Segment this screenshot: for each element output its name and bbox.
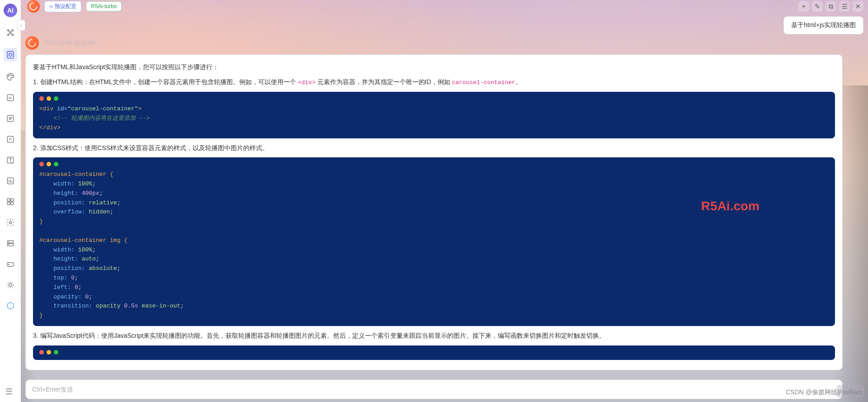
mac-dots (39, 96, 829, 101)
gear-icon[interactable] (5, 217, 16, 228)
message-header: 2023-12-06 15:13:56 (25, 36, 843, 50)
message-content: 要基于HTML和JavaScript实现轮播图，您可以按照以下步骤进行： 1. … (25, 54, 843, 370)
app-logo-icon[interactable]: AI (4, 4, 17, 17)
step1-prefix: 1. 创建HTML结构：在HTML文件中，创建一个容器元素用于包含轮播图。例如，… (33, 78, 298, 85)
input-actions (836, 385, 864, 397)
svg-rect-17 (7, 199, 10, 201)
top-bar: ‹› 预设配置 R5Ai-turbo (25, 0, 868, 13)
step-2: 2. 添加CSS样式：使用CSS样式来设置容器元素的样式，以及轮播图中图片的样式… (33, 142, 835, 154)
sidebar: AI Ai P (0, 0, 21, 402)
svg-point-27 (9, 264, 9, 265)
nodes-icon[interactable] (5, 27, 16, 38)
svg-rect-18 (11, 199, 14, 201)
chart-icon[interactable] (5, 175, 16, 186)
server-icon[interactable] (5, 238, 16, 249)
svg-point-3 (12, 34, 13, 35)
model-badge[interactable]: R5Ai-turbo (86, 1, 122, 11)
palette-icon[interactable] (5, 71, 16, 82)
send-icon[interactable] (852, 385, 864, 397)
menu-toggle-icon[interactable]: ☰ (5, 387, 13, 397)
svg-point-8 (9, 75, 10, 76)
svg-text:Ai: Ai (9, 96, 12, 100)
svg-point-25 (9, 245, 9, 245)
svg-point-4 (9, 32, 11, 33)
svg-rect-20 (11, 202, 14, 205)
user-avatar[interactable] (27, 0, 40, 13)
page-icon[interactable] (4, 48, 17, 61)
attach-icon[interactable] (836, 385, 849, 397)
svg-point-24 (9, 241, 9, 242)
svg-point-21 (9, 222, 12, 224)
step1-mid: 元素作为容器，并为其指定一个唯一的ID，例如 (316, 78, 452, 85)
inline-code-div: <div> (298, 79, 316, 86)
input-bar (25, 379, 843, 399)
close-icon[interactable]: ✕ (853, 1, 863, 12)
step-3: 3. 编写JavaScript代码：使用JavaScript来实现轮播图的功能。… (33, 330, 835, 342)
edit-icon[interactable]: ✎ (812, 1, 823, 12)
code-block-html: <div id="carousel-container"> <!-- 轮播图内容… (33, 92, 835, 138)
code-icon: ‹› (49, 3, 53, 9)
step1-suffix: 。 (515, 78, 522, 85)
svg-point-6 (9, 53, 12, 57)
message-area: 2023-12-06 15:13:56 要基于HTML和JavaScript实现… (25, 36, 843, 373)
svg-rect-19 (7, 202, 10, 205)
preset-label: 预设配置 (55, 3, 76, 10)
step-1: 1. 创建HTML结构：在HTML文件中，创建一个容器元素用于包含轮播图。例如，… (33, 76, 835, 89)
svg-rect-22 (7, 241, 13, 243)
mac-dots (39, 162, 829, 166)
message-input[interactable] (32, 386, 836, 393)
svg-point-9 (12, 76, 13, 76)
copy-icon[interactable]: ⧉ (826, 1, 836, 12)
svg-point-28 (9, 284, 12, 287)
code-block-css: #carousel-container { width: 100%; heigh… (33, 157, 835, 326)
svg-point-0 (7, 29, 9, 31)
conversation-title: 基于html+js实现轮播图 (783, 16, 863, 34)
svg-point-7 (8, 76, 9, 77)
assistant-avatar (25, 36, 39, 50)
svg-text:P: P (9, 137, 12, 142)
intro-text: 要基于HTML和JavaScript实现轮播图，您可以按照以下步骤进行： (33, 61, 835, 73)
sun-icon[interactable] (5, 279, 16, 290)
text-icon[interactable] (5, 155, 16, 166)
hex-icon[interactable] (5, 300, 16, 311)
mac-dots (39, 350, 829, 355)
list-icon[interactable] (5, 113, 16, 124)
svg-point-1 (12, 29, 13, 31)
apps-icon[interactable] (5, 196, 16, 207)
more-icon[interactable]: ☰ (839, 1, 850, 12)
message-timestamp: 2023-12-06 15:13:56 (44, 40, 94, 46)
svg-rect-5 (7, 52, 13, 58)
svg-point-2 (7, 34, 9, 35)
add-icon[interactable]: ＋ (798, 1, 809, 12)
preset-config-button[interactable]: ‹› 预设配置 (44, 1, 81, 12)
ai-icon[interactable]: Ai (5, 92, 16, 103)
inline-code-id: carousel-container (452, 79, 515, 86)
drive-icon[interactable] (5, 259, 16, 270)
top-right-toolbar: ＋ ✎ ⧉ ☰ ✕ (798, 1, 863, 12)
svg-rect-23 (7, 244, 13, 246)
code-block-js (33, 345, 835, 360)
sidebar-collapse-button[interactable]: › (17, 20, 25, 31)
pdf-icon[interactable]: P (5, 134, 16, 145)
